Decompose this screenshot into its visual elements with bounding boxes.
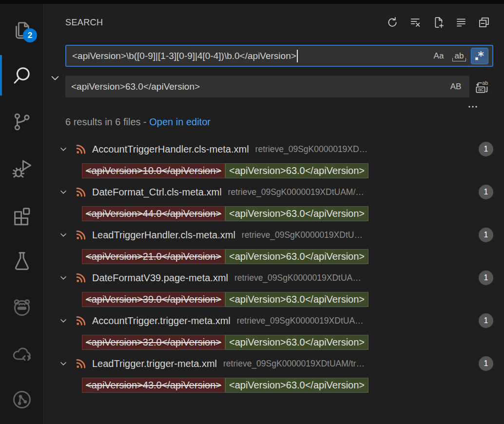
- preserve-case-toggle[interactable]: AB: [447, 78, 465, 95]
- search-icon: [11, 64, 33, 87]
- match-result-row[interactable]: <apiVersion>44.0</apiVersion> <apiVersio…: [44, 203, 504, 224]
- chevron-down-icon[interactable]: [58, 272, 70, 283]
- xml-file-icon: [75, 143, 87, 155]
- xml-file-icon: [75, 357, 87, 370]
- file-result-row[interactable]: LeadTrigger.trigger-meta.xml retrieve_09…: [44, 353, 504, 374]
- match-count-badge: 1: [479, 142, 493, 156]
- activity-item-mascot-extension[interactable]: [0, 284, 43, 330]
- activity-item-run-debug[interactable]: [0, 145, 43, 191]
- removed-text: <apiVersion>44.0</apiVersion>: [82, 206, 225, 221]
- search-header-actions: [386, 16, 491, 29]
- cloud-code-icon: [11, 342, 33, 365]
- regex-icon: [473, 50, 486, 62]
- search-options: Aa ab: [430, 48, 488, 64]
- inserted-text: <apiVersion>63.0</apiVersion>: [225, 163, 368, 178]
- refresh-icon[interactable]: [386, 16, 399, 29]
- match-result-row[interactable]: <apiVersion>21.0</apiVersion> <apiVersio…: [44, 246, 504, 267]
- inserted-text: <apiVersion>63.0</apiVersion>: [225, 292, 368, 307]
- search-result: LeadTrigger.trigger-meta.xml retrieve_09…: [44, 353, 504, 396]
- activity-item-extensions[interactable]: [0, 191, 43, 237]
- activity-item-share-graph-extension[interactable]: [0, 376, 43, 423]
- file-result-row[interactable]: AccountTrigger.trigger-meta.xml retrieve…: [44, 310, 504, 331]
- text-cursor: [297, 50, 298, 62]
- activity-bar: 2: [0, 4, 44, 424]
- removed-text: <apiVersion>21.0</apiVersion>: [82, 249, 225, 264]
- activity-item-cloud-code-extension[interactable]: [0, 330, 43, 376]
- replace-all-icon: ab ac: [474, 79, 489, 95]
- summary-separator: -: [141, 116, 150, 127]
- xml-file-icon: [75, 229, 87, 241]
- file-result-row[interactable]: AccountTriggerHandler.cls-meta.xml retri…: [44, 138, 504, 160]
- chevron-down-icon[interactable]: [58, 230, 70, 240]
- beaker-icon: [11, 250, 33, 272]
- search-result: AccountTrigger.trigger-meta.xml retrieve…: [44, 310, 504, 353]
- file-name: LeadTriggerHandler.cls-meta.xml: [92, 230, 235, 241]
- removed-text: <apiVersion>32.0</apiVersion>: [82, 335, 225, 350]
- search-result: AccountTriggerHandler.cls-meta.xml retri…: [44, 138, 504, 181]
- match-count-badge: 1: [479, 356, 493, 371]
- activity-item-source-control[interactable]: [0, 98, 43, 145]
- search-result: LeadTriggerHandler.cls-meta.xml retrieve…: [44, 224, 504, 267]
- removed-text: <apiVersion>39.0</apiVersion>: [82, 292, 225, 307]
- activity-item-testing[interactable]: [0, 237, 43, 284]
- source-control-icon: [11, 111, 33, 133]
- file-result-row[interactable]: DateFormatV39.page-meta.xml retrieve_09S…: [44, 267, 504, 289]
- chevron-down-icon[interactable]: [58, 144, 70, 154]
- search-inputs-block: <apiVersion>\b([0-9]|[1-3][0-9]|4[0-4])\…: [44, 45, 504, 111]
- xml-file-icon: [75, 314, 87, 327]
- match-count-badge: 1: [479, 228, 493, 242]
- xml-file-icon: [75, 186, 87, 198]
- search-result: DateFormatV39.page-meta.xml retrieve_09S…: [44, 267, 504, 310]
- clear-search-results-icon[interactable]: [408, 16, 422, 29]
- match-result-row[interactable]: <apiVersion>32.0</apiVersion> <apiVersio…: [44, 331, 504, 353]
- match-count-badge: 1: [479, 185, 493, 199]
- replace-all-button[interactable]: ab ac: [469, 79, 493, 95]
- file-name: LeadTrigger.trigger-meta.xml: [92, 358, 217, 369]
- activity-item-explorer[interactable]: 2: [0, 6, 43, 52]
- collapse-all-icon[interactable]: [477, 16, 491, 29]
- search-result: DateFormat_Ctrl.cls-meta.xml retrieve_09…: [44, 181, 504, 224]
- view-as-list-icon[interactable]: [454, 16, 468, 29]
- search-panel-header: SEARCH: [44, 4, 504, 41]
- debug-icon: [11, 157, 33, 179]
- inserted-text: <apiVersion>63.0</apiVersion>: [225, 378, 368, 393]
- file-path: retrieve_09SgK0000019XDtUAM/…: [228, 187, 474, 197]
- match-result-row[interactable]: <apiVersion>39.0</apiVersion> <apiVersio…: [44, 289, 504, 310]
- search-input-value: <apiVersion>\b([0-9]|[1-3][0-9]|4[0-4])\…: [72, 51, 296, 61]
- replace-input[interactable]: <apiVersion>63.0</apiVersion> AB: [65, 76, 469, 97]
- chevron-down-icon[interactable]: [58, 187, 70, 197]
- removed-text: <apiVersion>43.0</apiVersion>: [82, 378, 225, 393]
- file-name: AccountTriggerHandler.cls-meta.xml: [92, 144, 249, 155]
- inserted-text: <apiVersion>63.0</apiVersion>: [225, 206, 368, 221]
- chevron-down-icon: [48, 71, 62, 85]
- regex-toggle[interactable]: [471, 48, 488, 64]
- file-path: retrieve_09SgK0000019XD…: [255, 144, 474, 154]
- match-result-row[interactable]: <apiVersion>10.0</apiVersion> <apiVersio…: [44, 160, 504, 181]
- svg-text:ab: ab: [482, 80, 488, 86]
- search-input[interactable]: <apiVersion>\b([0-9]|[1-3][0-9]|4[0-4])\…: [65, 45, 493, 67]
- match-count-badge: 1: [479, 313, 493, 328]
- file-name: DateFormat_Ctrl.cls-meta.xml: [92, 187, 222, 198]
- file-name: DateFormatV39.page-meta.xml: [92, 272, 228, 284]
- file-path: retrieve_09SgK0000019XDtUA…: [237, 316, 474, 326]
- whole-word-toggle[interactable]: ab: [450, 48, 468, 64]
- chevron-down-icon[interactable]: [58, 315, 70, 326]
- more-actions-button[interactable]: [466, 100, 479, 111]
- panel-title: SEARCH: [65, 18, 103, 28]
- toggle-replace-button[interactable]: [44, 45, 65, 111]
- new-search-editor-icon[interactable]: [431, 16, 445, 29]
- match-case-toggle[interactable]: Aa: [430, 48, 447, 64]
- chevron-down-icon[interactable]: [58, 358, 70, 369]
- inserted-text: <apiVersion>63.0</apiVersion>: [225, 249, 368, 264]
- explorer-badge: 2: [23, 28, 37, 42]
- file-path: retrieve_09SgK0000019XDtU…: [242, 230, 474, 240]
- inserted-text: <apiVersion>63.0</apiVersion>: [225, 335, 368, 350]
- file-path: retrieve_09SgK0000019XDtUA…: [234, 273, 474, 283]
- open-in-editor-link[interactable]: Open in editor: [149, 116, 211, 127]
- extensions-icon: [11, 203, 33, 226]
- activity-item-search[interactable]: [0, 52, 43, 98]
- match-result-row[interactable]: <apiVersion>43.0</apiVersion> <apiVersio…: [44, 374, 504, 396]
- file-result-row[interactable]: LeadTriggerHandler.cls-meta.xml retrieve…: [44, 224, 504, 246]
- file-result-row[interactable]: DateFormat_Ctrl.cls-meta.xml retrieve_09…: [44, 181, 504, 203]
- ellipsis-icon: [466, 100, 479, 113]
